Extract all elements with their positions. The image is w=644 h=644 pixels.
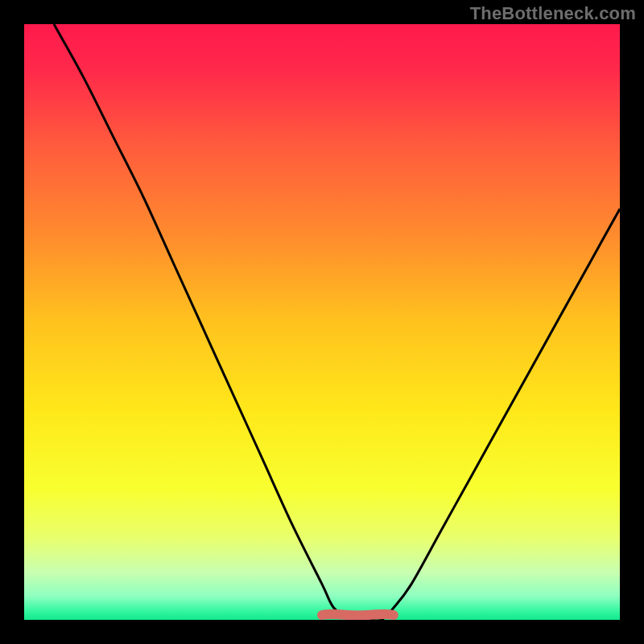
chart-curve-layer <box>24 24 620 620</box>
bottleneck-curve <box>54 24 620 620</box>
valley-marker <box>322 614 394 616</box>
chart-plot-area <box>24 24 620 620</box>
chart-frame: TheBottleneck.com <box>0 0 644 644</box>
watermark-text: TheBottleneck.com <box>470 3 636 24</box>
